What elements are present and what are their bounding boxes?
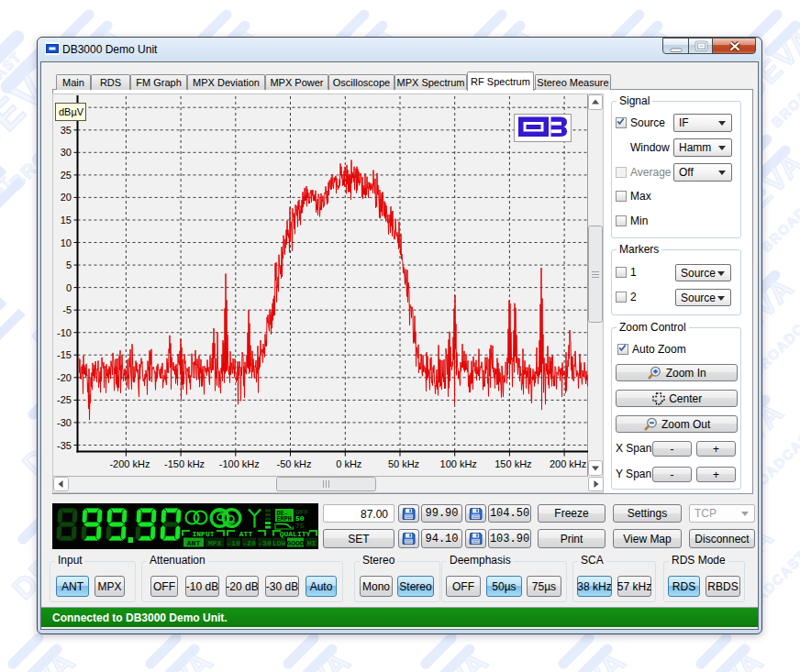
svg-text:-20: -20 — [242, 539, 256, 547]
svg-text:EMPH: EMPH — [277, 515, 292, 523]
svg-text:ATT: ATT — [239, 530, 253, 538]
svg-text:GOOD: GOOD — [286, 539, 304, 547]
svg-text:QUALITY: QUALITY — [280, 530, 311, 538]
svg-text:-10: -10 — [227, 539, 240, 547]
svg-text:LOW: LOW — [272, 539, 286, 547]
svg-text:MPX: MPX — [208, 539, 222, 547]
svg-text:INPUT: INPUT — [192, 530, 214, 538]
svg-text:ANT: ANT — [187, 539, 201, 547]
svg-text:HI: HI — [307, 539, 317, 547]
svg-text:-30: -30 — [258, 539, 272, 547]
